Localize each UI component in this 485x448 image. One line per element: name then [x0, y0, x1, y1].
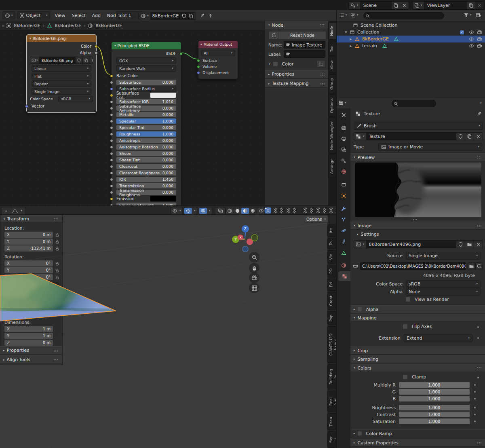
interpolation-dropdown[interactable]: Linear▾ — [32, 65, 91, 72]
settings-subpanel-header[interactable]: ▾Settings — [357, 232, 379, 237]
unlink-icon[interactable] — [474, 133, 483, 140]
properties-panel-header[interactable]: ▸Properties — [0, 346, 62, 355]
animate-dot[interactable] — [474, 414, 476, 415]
object-mode-dropdown[interactable]: Object▾ — [17, 11, 50, 19]
input-socket[interactable] — [110, 178, 113, 181]
brush-dropdown[interactable]: Brush▾ — [354, 122, 483, 130]
bone-x-toggle-icon[interactable] — [286, 207, 291, 213]
slider-value[interactable]: 1.000 — [399, 411, 470, 418]
viewport-tab-ed[interactable]: Ed — [327, 279, 336, 291]
image-texture-node[interactable]: ▾8kBorderGE.png Color Alpha ▾ 8kBorderGE… — [26, 34, 97, 113]
bone-x-toggle-icon[interactable] — [329, 207, 333, 213]
shader-tab-options[interactable]: Options — [328, 95, 336, 117]
menu-view[interactable]: View — [52, 13, 69, 18]
scene-name[interactable]: Scene — [360, 2, 392, 9]
hide-eye-icon[interactable] — [469, 43, 474, 49]
filter-dropdown[interactable]: ▾ — [464, 13, 472, 18]
color-ramp-panel-header[interactable]: ▸Color Ramp — [350, 429, 485, 437]
options-chevron-icon[interactable]: ▾ — [480, 102, 482, 105]
texture-name[interactable]: Texture — [366, 133, 456, 140]
bsdf-param-subsurface[interactable]: Subsurface0.000 — [112, 80, 181, 85]
viewport-tab-fier-li[interactable]: fier Li — [327, 431, 336, 448]
pin-icon[interactable] — [200, 13, 205, 18]
projection-dropdown[interactable]: Flat▾ — [32, 73, 91, 79]
slider-value[interactable]: 1.000 — [399, 404, 470, 411]
hide-eye-icon[interactable] — [469, 30, 474, 35]
properties-tab-render[interactable] — [338, 123, 349, 133]
input-socket[interactable] — [110, 133, 113, 136]
menu-add[interactable]: Add — [89, 13, 104, 18]
input-socket[interactable] — [110, 113, 113, 116]
properties-panel-header[interactable]: ▸Properties — [265, 70, 329, 78]
animate-dot[interactable] — [477, 337, 479, 339]
sampling-panel-header[interactable]: ▸Sampling — [350, 355, 485, 363]
bone-x-toggle-icon[interactable] — [279, 207, 284, 213]
bsdf-param-ior[interactable]: IOR1.450 — [112, 177, 181, 182]
bsdf-param-subsurface-col[interactable]: Subsurface Col.. — [112, 93, 181, 98]
input-socket[interactable] — [110, 171, 113, 175]
bsdf-param-clearcoat[interactable]: Clearcoat0.000 — [112, 164, 181, 169]
bsdf-param-anisotropic-rotation[interactable]: Anisotropic Rotation0.000 — [112, 144, 181, 150]
material-name[interactable]: 8kBorderGE — [150, 12, 181, 20]
bsdf-param-subsurface-anisotropy[interactable]: Subsurface Anisotropy0.000 — [112, 106, 181, 111]
camera-view-button[interactable] — [249, 273, 259, 283]
viewport-tab-creat[interactable]: Creat — [327, 292, 336, 310]
bsdf-param-anisotropic[interactable]: Anisotropic0.000 — [112, 138, 181, 143]
unlink-icon[interactable] — [194, 12, 196, 20]
falloff-curve-dropdown[interactable]: ▾ — [10, 207, 26, 215]
editor-type-button[interactable]: ▾ — [2, 11, 15, 19]
viewport-tab-pap[interactable]: Pap — [327, 311, 336, 325]
input-socket[interactable] — [110, 107, 113, 110]
node-label-field[interactable] — [284, 50, 325, 58]
distribution-dropdown[interactable]: GGX▾ — [116, 57, 176, 64]
properties-tab-texture[interactable] — [338, 271, 350, 281]
subsurface-method-dropdown[interactable]: Random Walk▾ — [116, 65, 176, 72]
bsdf-param-specular[interactable]: Specular1.000 — [112, 118, 181, 124]
bsdf-node-header[interactable]: ▾Principled BSDF — [112, 42, 181, 49]
properties-tab-material[interactable] — [338, 260, 349, 270]
clamp-checkbox[interactable]: Clamp — [403, 374, 426, 380]
bsdf-param-transmission-roughness[interactable]: Transmission Roughness0.000 — [112, 190, 181, 195]
node-name-field[interactable]: Image Texture — [284, 41, 325, 49]
properties-tab-modifiers[interactable] — [338, 204, 349, 213]
custom-properties-panel-header[interactable]: ▸Custom Properties — [350, 439, 485, 447]
bone-x-toggle-icon[interactable] — [322, 207, 327, 213]
fake-user-shield-icon[interactable] — [181, 12, 188, 20]
properties-tab-view-layer[interactable] — [338, 145, 349, 154]
copy-icon[interactable] — [392, 2, 400, 9]
slider-value[interactable]: 1.000 — [399, 382, 470, 388]
view-as-render-checkbox[interactable]: View as Render — [406, 297, 449, 302]
bone-x-toggle-icon[interactable] — [316, 207, 321, 213]
folder-icon[interactable] — [468, 262, 475, 270]
viewport-tab-building-to[interactable]: Building To — [327, 364, 336, 389]
displacement-input-socket[interactable] — [197, 71, 200, 74]
copy-icon[interactable] — [465, 133, 474, 140]
shader-tab-node[interactable]: Node — [328, 22, 336, 40]
image-node-header[interactable]: ▾8kBorderGE.png — [27, 35, 96, 42]
bsdf-output-socket[interactable] — [179, 52, 183, 55]
fake-user-shield-icon[interactable] — [75, 57, 82, 63]
gizmos-toggle[interactable]: ▾ — [184, 207, 197, 215]
scene-collection-row[interactable]: Scene Collection — [337, 22, 485, 29]
surface-input-socket[interactable] — [197, 59, 200, 62]
reload-icon[interactable] — [475, 262, 483, 270]
animate-dot[interactable] — [474, 421, 476, 422]
source-dropdown[interactable]: Single Image▾ — [32, 88, 91, 95]
viewlayer-icon[interactable]: ▾ — [413, 2, 424, 9]
slider-value[interactable]: 1.000 — [399, 395, 470, 402]
input-socket[interactable] — [110, 120, 113, 123]
input-socket[interactable] — [110, 165, 113, 168]
copy-icon[interactable] — [82, 57, 90, 63]
collection-checkbox[interactable]: ✓ — [460, 30, 464, 34]
breadcrumb-mesh[interactable]: 8kBorderGE — [55, 23, 81, 28]
extension-dropdown[interactable]: Extend▾ — [404, 334, 472, 342]
bsdf-param-clearcoat-roughness[interactable]: Clearcoat Roughness0.000 — [112, 170, 181, 175]
disable-render-camera-icon[interactable] — [477, 43, 482, 49]
type-dropdown[interactable]: Image or Movie▾ — [378, 143, 482, 151]
breadcrumb-object[interactable]: 8kBorderGE — [14, 23, 40, 28]
viewport-tab-to[interactable]: To — [327, 238, 336, 249]
volume-input-socket[interactable] — [197, 65, 200, 68]
bone-x-toggle-icon[interactable] — [303, 207, 308, 213]
filter-id-type-dropdown[interactable]: ▾ — [350, 13, 358, 18]
nav-arrows-icon[interactable]: ‹ › — [2, 23, 4, 28]
